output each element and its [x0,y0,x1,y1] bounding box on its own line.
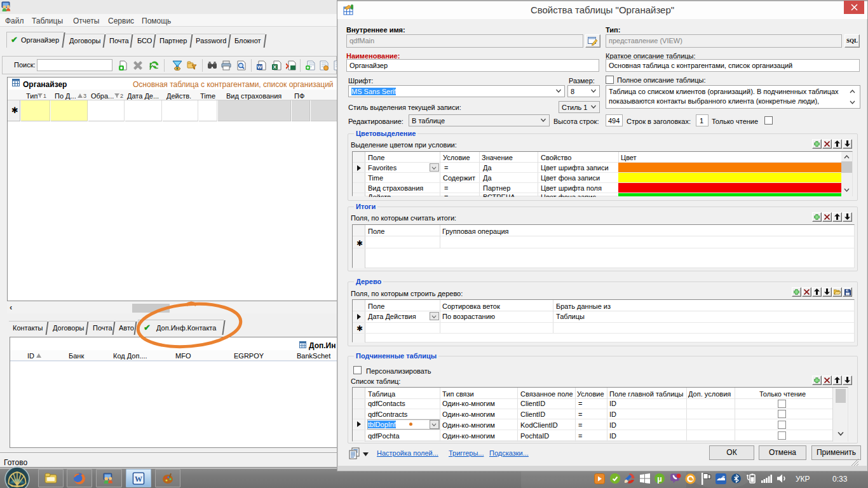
svg-text:µ: µ [657,474,662,484]
svg-text:W: W [257,64,262,70]
svg-text:X: X [273,64,277,70]
svg-text:W: W [135,475,142,484]
